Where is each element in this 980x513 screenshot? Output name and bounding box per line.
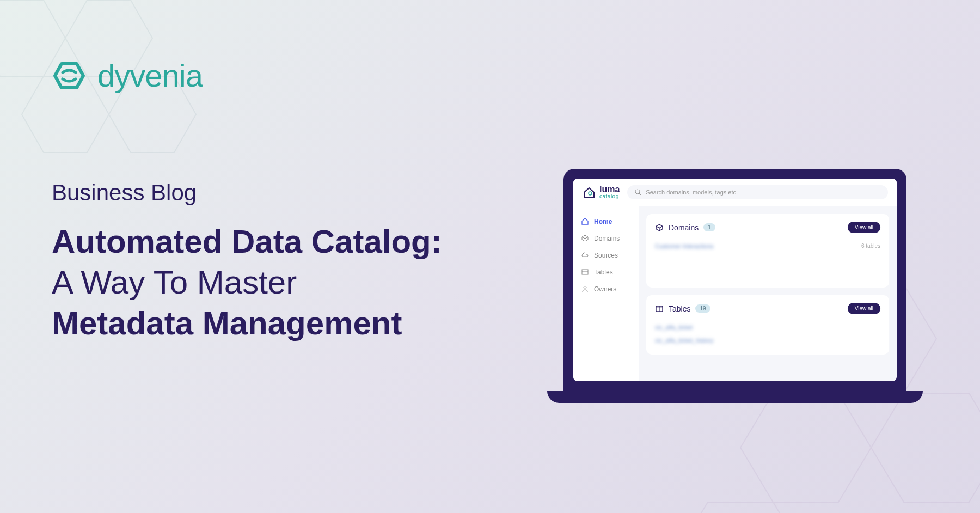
hex-bg-left (0, 0, 272, 191)
sidebar: Home Domains Sources Tables (573, 206, 639, 381)
blog-heading-block: Business Blog Automated Data Catalog: A … (52, 180, 442, 344)
svg-line-11 (639, 193, 641, 195)
app-header: luma catalog Search domains, models, tag… (573, 179, 897, 206)
laptop-mockup: luma catalog Search domains, models, tag… (564, 169, 906, 403)
home-icon (581, 217, 589, 225)
domains-title: Domains (669, 223, 699, 232)
main-content: Domains 1 View all Customer Interactions… (639, 206, 897, 381)
tables-count-badge: 19 (695, 304, 710, 313)
nav-home[interactable]: Home (573, 213, 639, 230)
svg-marker-6 (740, 393, 871, 502)
domain-row[interactable]: Customer Interactions 6 tables (655, 240, 880, 253)
user-icon (581, 285, 589, 293)
app-subtitle: catalog (599, 194, 620, 199)
nav-tables[interactable]: Tables (573, 264, 639, 280)
svg-marker-8 (675, 502, 806, 513)
laptop-base (547, 391, 923, 403)
hexagon-logo-icon (52, 58, 87, 93)
blog-title: Automated Data Catalog: A Way To Master … (52, 221, 442, 344)
brand-logo: dyvenia (52, 57, 203, 94)
table-row[interactable]: cic_stfa_ticket_history (655, 334, 880, 347)
table-icon (581, 268, 589, 276)
nav-domains[interactable]: Domains (573, 230, 639, 247)
search-input[interactable]: Search domains, models, tags etc. (627, 185, 888, 199)
house-lens-icon (582, 185, 596, 199)
svg-point-10 (635, 190, 640, 194)
svg-point-9 (589, 192, 592, 195)
tables-card: Tables 19 View all cic_stfa_ticket cic_s… (646, 295, 889, 355)
svg-marker-7 (871, 393, 980, 502)
table-row[interactable]: cic_stfa_ticket (655, 321, 880, 334)
tables-title: Tables (669, 304, 690, 313)
app-name: luma (599, 185, 620, 194)
svg-point-15 (584, 286, 586, 289)
nav-owners[interactable]: Owners (573, 280, 639, 297)
tables-view-all-button[interactable]: View all (848, 303, 880, 314)
domains-view-all-button[interactable]: View all (848, 222, 880, 233)
app-window: luma catalog Search domains, models, tag… (573, 179, 897, 381)
blog-category: Business Blog (52, 180, 442, 206)
domains-card: Domains 1 View all Customer Interactions… (646, 214, 889, 288)
brand-name: dyvenia (97, 57, 203, 94)
search-icon (635, 189, 641, 196)
app-logo: luma catalog (582, 185, 620, 199)
table-icon (655, 304, 664, 313)
cube-icon (581, 234, 589, 242)
cube-icon (655, 223, 664, 232)
laptop-screen: luma catalog Search domains, models, tag… (564, 169, 906, 391)
cloud-icon (581, 251, 589, 259)
domains-count-badge: 1 (703, 223, 715, 231)
nav-sources[interactable]: Sources (573, 247, 639, 264)
